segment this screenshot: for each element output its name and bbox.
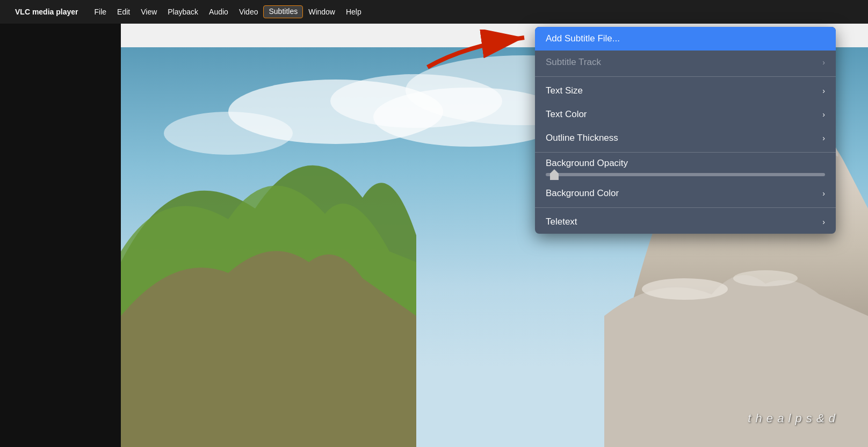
background-opacity-section: Background Opacity xyxy=(535,155,836,182)
menu-item-playback[interactable]: Playback xyxy=(162,5,204,18)
menu-item-subtitles[interactable]: Subtitles xyxy=(263,5,303,18)
menu-text-size[interactable]: Text Size › xyxy=(535,79,836,103)
svg-point-7 xyxy=(733,270,798,286)
subtitle-track-chevron-icon: › xyxy=(822,58,825,67)
teletext-chevron-icon: › xyxy=(822,218,825,226)
menu-item-file[interactable]: File xyxy=(89,5,112,18)
menu-item-video[interactable]: Video xyxy=(234,5,264,18)
menu-background-color[interactable]: Background Color › xyxy=(535,182,836,205)
add-subtitle-file-label: Add Subtitle File... xyxy=(546,33,620,44)
left-sidebar-dark xyxy=(0,24,121,447)
menu-add-subtitle-file[interactable]: Add Subtitle File... xyxy=(535,27,836,51)
background-opacity-label: Background Opacity xyxy=(546,158,825,169)
menu-item-help[interactable]: Help xyxy=(341,5,367,18)
separator-1 xyxy=(535,76,836,77)
background-color-label: Background Color xyxy=(546,188,619,199)
separator-3 xyxy=(535,207,836,208)
outline-thickness-chevron-icon: › xyxy=(822,134,825,142)
menu-outline-thickness[interactable]: Outline Thickness › xyxy=(535,126,836,150)
text-color-chevron-icon: › xyxy=(822,110,825,119)
menu-text-color[interactable]: Text Color › xyxy=(535,103,836,126)
subtitle-overlay-text: t h e a l p s & d xyxy=(748,412,836,426)
app-name: VLC media player xyxy=(15,8,78,16)
menu-item-window[interactable]: Window xyxy=(303,5,341,18)
slider-thumb-icon[interactable] xyxy=(550,169,559,180)
background-color-chevron-icon: › xyxy=(822,189,825,198)
menu-item-audio[interactable]: Audio xyxy=(204,5,234,18)
text-size-chevron-icon: › xyxy=(822,86,825,95)
text-size-label: Text Size xyxy=(546,85,583,96)
menu-subtitle-track[interactable]: Subtitle Track › xyxy=(535,51,836,74)
subtitle-track-label: Subtitle Track xyxy=(546,57,601,68)
teletext-label: Teletext xyxy=(546,217,577,227)
separator-2 xyxy=(535,152,836,153)
menu-item-view[interactable]: View xyxy=(135,5,162,18)
menu-item-edit[interactable]: Edit xyxy=(112,5,135,18)
text-color-label: Text Color xyxy=(546,109,587,120)
menu-teletext[interactable]: Teletext › xyxy=(535,210,836,234)
background-opacity-slider[interactable] xyxy=(546,173,825,176)
menubar: VLC media player File Edit View Playback… xyxy=(0,0,868,24)
outline-thickness-label: Outline Thickness xyxy=(546,133,618,143)
subtitles-dropdown-menu: Add Subtitle File... Subtitle Track › Te… xyxy=(535,27,836,234)
svg-point-4 xyxy=(164,112,293,155)
svg-point-6 xyxy=(642,278,728,300)
menu-items: File Edit View Playback Audio Video Subt… xyxy=(89,5,367,18)
